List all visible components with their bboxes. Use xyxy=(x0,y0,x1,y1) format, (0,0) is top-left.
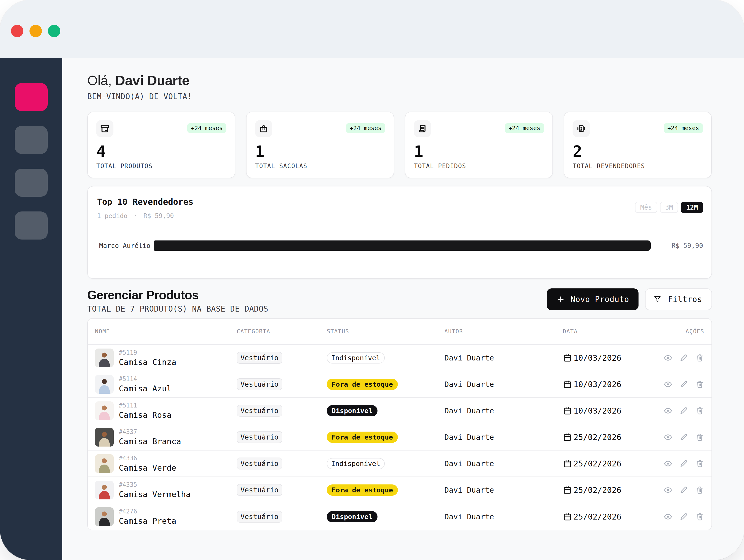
products-section-title: Gerenciar Produtos xyxy=(87,288,268,302)
stat-card: +24 meses 1 TOTAL SACOLAS xyxy=(246,112,394,178)
product-id: #4337 xyxy=(119,428,181,435)
range-button-mês[interactable]: Mês xyxy=(635,202,657,213)
edit-button[interactable] xyxy=(679,406,688,415)
sidebar-nav-item-3[interactable] xyxy=(15,169,48,197)
sidebar-nav-item-2[interactable] xyxy=(15,126,48,154)
delete-button[interactable] xyxy=(695,353,704,362)
filters-button[interactable]: Filtros xyxy=(645,289,712,310)
product-id: #5114 xyxy=(119,375,172,382)
view-button[interactable] xyxy=(664,353,672,362)
calendar-icon xyxy=(563,380,572,389)
date-cell: 10/03/2026 xyxy=(563,406,663,415)
product-id: #4336 xyxy=(119,455,176,462)
receipt-icon xyxy=(414,120,431,137)
status-badge: Fora de estoque xyxy=(327,432,398,443)
table-row[interactable]: #5114 Camisa Azul Vestuário Fora de esto… xyxy=(88,371,711,398)
delete-button[interactable] xyxy=(695,433,704,442)
product-name: Camisa Branca xyxy=(119,437,181,446)
column-header-categoria: CATEGORIA xyxy=(237,328,327,335)
view-button[interactable] xyxy=(664,459,672,468)
stat-label: TOTAL PRODUTOS xyxy=(96,162,152,170)
top-sellers-chart: Marco Aurélio R$ 59,90 xyxy=(97,240,703,251)
delete-button[interactable] xyxy=(695,406,704,415)
product-id: #5119 xyxy=(119,349,176,356)
view-button[interactable] xyxy=(664,486,672,494)
period-badge: +24 meses xyxy=(505,123,544,133)
range-button-12m[interactable]: 12M xyxy=(681,202,703,213)
status-badge: Disponível xyxy=(327,511,377,522)
author-cell: Davi Duarte xyxy=(444,380,563,389)
status-badge: Fora de estoque xyxy=(327,379,398,390)
range-button-3m[interactable]: 3M xyxy=(660,202,678,213)
minimize-button[interactable] xyxy=(30,25,42,37)
date-cell: 25/02/2026 xyxy=(563,459,663,468)
edit-button[interactable] xyxy=(679,512,688,521)
edit-button[interactable] xyxy=(679,433,688,442)
zoom-button[interactable] xyxy=(48,25,60,37)
top-sellers-card: Top 10 Revendedores 1 pedido·R$ 59,90 Mê… xyxy=(87,186,712,279)
products-table: NOMECATEGORIASTATUSAUTORDATAAÇÕES #5119 … xyxy=(87,318,712,530)
category-badge: Vestuário xyxy=(237,405,282,417)
product-thumbnail xyxy=(95,508,114,526)
app-window: Olá, Davi Duarte BEM-VINDO(A) DE VOLTA! … xyxy=(0,0,744,560)
edit-button[interactable] xyxy=(679,459,688,468)
archive-icon xyxy=(96,120,113,137)
calendar-icon xyxy=(563,353,572,363)
delete-button[interactable] xyxy=(695,380,704,389)
product-name: Camisa Preta xyxy=(119,516,176,526)
table-row[interactable]: #4336 Camisa Verde Vestuário Indisponíve… xyxy=(88,451,711,477)
date-cell: 10/03/2026 xyxy=(563,380,663,389)
table-header: NOMECATEGORIASTATUSAUTORDATAAÇÕES xyxy=(88,319,711,345)
view-button[interactable] xyxy=(664,512,672,521)
view-button[interactable] xyxy=(664,380,672,389)
view-button[interactable] xyxy=(664,406,672,415)
category-badge: Vestuário xyxy=(237,431,282,443)
calendar-icon xyxy=(563,512,572,521)
stat-card: +24 meses 1 TOTAL PEDIDOS xyxy=(405,112,553,178)
products-section-subtitle: TOTAL DE 7 PRODUTO(S) NA BASE DE DADOS xyxy=(87,304,268,313)
calendar-icon xyxy=(563,459,572,468)
product-name: Camisa Vermelha xyxy=(119,490,191,499)
chart-bar xyxy=(154,240,651,251)
product-thumbnail xyxy=(95,348,114,367)
date-cell: 10/03/2026 xyxy=(563,353,663,363)
sidebar-nav-item-4[interactable] xyxy=(15,212,48,239)
calendar-icon xyxy=(563,406,572,415)
delete-button[interactable] xyxy=(695,512,704,521)
column-header-ações: AÇÕES xyxy=(663,328,704,335)
status-badge: Indisponível xyxy=(327,352,385,364)
chart-bar-label: Marco Aurélio xyxy=(97,242,150,250)
close-button[interactable] xyxy=(11,25,24,37)
contact-icon xyxy=(572,120,590,137)
category-badge: Vestuário xyxy=(237,457,282,470)
table-row[interactable]: #5119 Camisa Cinza Vestuário Indisponíve… xyxy=(88,345,711,371)
table-row[interactable]: #4337 Camisa Branca Vestuário Fora de es… xyxy=(88,424,711,451)
author-cell: Davi Duarte xyxy=(444,406,563,415)
range-buttons: Mês3M12M xyxy=(635,202,703,213)
stat-card: +24 meses 2 TOTAL REVENDEDORES xyxy=(564,112,712,178)
new-product-button[interactable]: Novo Produto xyxy=(547,289,638,310)
sidebar xyxy=(0,58,62,560)
view-button[interactable] xyxy=(664,433,672,442)
sidebar-nav-item-1[interactable] xyxy=(15,83,48,111)
product-name: Camisa Rosa xyxy=(119,410,172,420)
edit-button[interactable] xyxy=(679,380,688,389)
table-row[interactable]: #4335 Camisa Vermelha Vestuário Fora de … xyxy=(88,477,711,503)
author-cell: Davi Duarte xyxy=(444,512,563,521)
delete-button[interactable] xyxy=(695,459,704,468)
top-sellers-subtitle: 1 pedido·R$ 59,90 xyxy=(97,212,703,219)
filter-icon xyxy=(653,295,662,304)
product-thumbnail xyxy=(95,401,114,420)
table-row[interactable]: #4276 Camisa Preta Vestuário Disponível … xyxy=(88,503,711,530)
table-row[interactable]: #5111 Camisa Rosa Vestuário Disponível D… xyxy=(88,398,711,424)
stat-card: +24 meses 4 TOTAL PRODUTOS xyxy=(87,112,235,178)
column-header-autor: AUTOR xyxy=(444,328,563,335)
delete-button[interactable] xyxy=(695,486,704,494)
product-thumbnail xyxy=(95,454,114,473)
column-header-data: DATA xyxy=(563,328,663,335)
stat-value: 1 xyxy=(414,143,423,160)
product-thumbnail xyxy=(95,481,114,499)
edit-button[interactable] xyxy=(679,486,688,494)
author-cell: Davi Duarte xyxy=(444,433,563,442)
edit-button[interactable] xyxy=(679,353,688,362)
